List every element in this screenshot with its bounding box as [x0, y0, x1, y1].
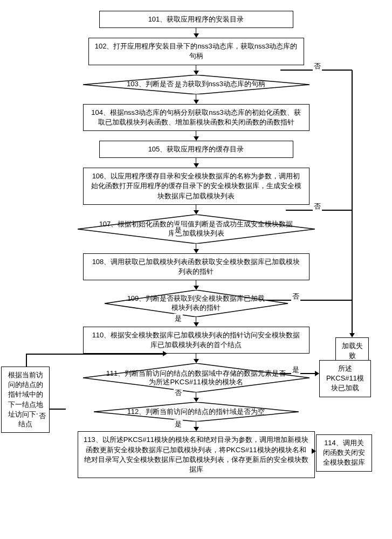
yes-label-103: 是 [174, 80, 183, 89]
decision-103-text: 103、判断是否成功获取到nss3动态库的句柄 [105, 80, 287, 89]
step-104-text: 104、根据nss3动态库的句柄分别获取nss3动态库的初始化函数、获取已加载模… [91, 108, 301, 126]
step-105: 105、获取应用程序的缓存目录 [99, 141, 293, 158]
step-110: 110、根据安全模块数据库已加载模块列表的指针访问安全模块数据库已加载模块列表的… [83, 327, 310, 354]
decision-103: 103、判断是否成功获取到nss3动态库的句柄 [83, 75, 310, 94]
decision-111-text: 111、判断当前访问的结点的数据域中存储的数据元素是否为所述PKCS#11模块的… [83, 369, 310, 388]
no-label-103: 否 [313, 61, 322, 71]
pkcs11-loaded-text: 所述PKCS#11模块已加载 [326, 364, 364, 392]
step-110-text: 110、根据安全模块数据库已加载模块列表的指针访问安全模块数据库已加载模块列表的… [92, 331, 300, 349]
next-node-box: 根据当前访问的结点的指针域中的下一结点地址访问下一结点 [1, 367, 50, 433]
no-label-112: 否 [38, 411, 47, 421]
step-106: 106、以应用程序缓存目录和安全模块数据库的名称为参数，调用初始化函数打开应用程… [83, 168, 310, 205]
no-label-107: 否 [313, 202, 322, 211]
step-114: 114、调用关闭函数关闭安全模块数据库 [316, 434, 372, 472]
step-114-text: 114、调用关闭函数关闭安全模块数据库 [323, 439, 365, 466]
decision-107: 107、根据初始化函数的返回值判断是否成功生成安全模块数据库已加载模块列表 [78, 215, 315, 244]
step-106-text: 106、以应用程序缓存目录和安全模块数据库的名称为参数，调用初始化函数打开应用程… [91, 172, 301, 199]
yes-label-107: 是 [174, 225, 183, 235]
step-102: 102、打开应用程序安装目录下的nss3动态库，获取nss3动态库的句柄 [88, 38, 304, 65]
decision-107-text: 107、根据初始化函数的返回值判断是否成功生成安全模块数据库已加载模块列表 [78, 220, 315, 238]
yes-label-112: 是 [174, 419, 183, 429]
decision-111: 111、判断当前访问的结点的数据域中存储的数据元素是否为所述PKCS#11模块的… [83, 363, 310, 392]
step-113: 113、以所述PKCS#11模块的模块名和绝对目录为参数，调用增加新模块函数更新… [78, 431, 315, 478]
decision-109: 109、判断是否获取到安全模块数据库已加载模块列表的指针 [105, 290, 288, 317]
step-108: 108、调用获取已加载模块列表函数获取安全模块数据库已加载模块列表的指针 [83, 253, 310, 280]
step-105-text: 105、获取应用程序的缓存目录 [148, 145, 244, 153]
yes-label-109: 是 [174, 314, 183, 323]
load-fail-text: 加载失败 [342, 342, 363, 360]
decision-112-text: 112、判断当前访问的结点的指针域是否为空 [106, 407, 287, 417]
step-104: 104、根据nss3动态库的句柄分别获取nss3动态库的初始化函数、获取已加载模… [83, 104, 310, 131]
pkcs11-loaded-box: 所述PKCS#11模块已加载 [319, 360, 371, 397]
step-101-text: 101、获取应用程序的安装目录 [148, 15, 244, 23]
decision-112: 112、判断当前访问的结点的指针域是否为空 [94, 402, 299, 421]
step-102-text: 102、打开应用程序安装目录下的nss3动态库，获取nss3动态库的句柄 [95, 42, 298, 60]
yes-label-111: 是 [291, 365, 300, 375]
no-label-111: 否 [174, 388, 183, 398]
step-108-text: 108、调用获取已加载模块列表函数获取安全模块数据库已加载模块列表的指针 [92, 258, 300, 275]
decision-109-text: 109、判断是否获取到安全模块数据库已加载模块列表的指针 [105, 294, 288, 313]
step-113-text: 113、以所述PKCS#11模块的模块名和绝对目录为参数，调用增加新模块函数更新… [84, 436, 308, 473]
no-label-109: 否 [291, 292, 300, 301]
step-101: 101、获取应用程序的安装目录 [99, 11, 293, 28]
